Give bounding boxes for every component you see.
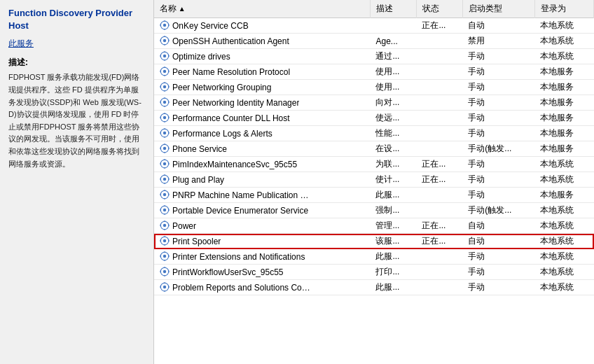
service-name: Plug and Play	[172, 175, 224, 185]
table-row[interactable]: Portable Device Enumerator Service强制...手…	[154, 203, 594, 218]
service-startup: 手动	[462, 265, 534, 280]
service-desc: 使计...	[370, 172, 416, 188]
svg-point-6	[163, 115, 166, 118]
service-startup: 手动	[462, 49, 534, 64]
service-login: 本地服务	[534, 126, 593, 141]
service-description: FDPHOST 服务承载功能发现(FD)网络现提供程序。这些 FD 提供程序为单…	[8, 71, 145, 170]
service-name-cell: Portable Device Enumerator Service	[154, 203, 370, 218]
service-desc: 性能...	[370, 126, 416, 141]
gear-icon	[160, 66, 170, 76]
service-name: Printer Extensions and Notifications	[172, 252, 305, 262]
service-name: Performance Counter DLL Host	[172, 113, 290, 123]
svg-point-7	[163, 131, 166, 134]
table-row[interactable]: Performance Counter DLL Host使远...手动本地服务	[154, 111, 594, 126]
gear-icon	[160, 205, 170, 215]
service-desc: 使用...	[370, 80, 416, 95]
service-name-cell: Peer Networking Identity Manager	[154, 95, 370, 111]
service-status	[416, 265, 462, 280]
service-login: 本地系统	[534, 218, 593, 234]
gear-icon	[160, 159, 170, 169]
table-row[interactable]: Performance Logs & Alerts性能...手动本地服务	[154, 126, 594, 141]
service-name: Portable Device Enumerator Service	[172, 206, 308, 216]
service-name: Phone Service	[172, 144, 227, 154]
svg-point-15	[163, 254, 166, 257]
service-name: PrintWorkflowUserSvc_95c55	[172, 267, 284, 277]
table-row[interactable]: Print Spooler该服...正在...自动本地系统	[154, 234, 594, 249]
service-login: 本地系统	[534, 172, 593, 188]
table-row[interactable]: Phone Service在设...手动(触发...本地服务	[154, 141, 594, 157]
service-desc: 通过...	[370, 49, 416, 64]
service-name: Peer Name Resolution Protocol	[172, 67, 290, 77]
table-row[interactable]: Peer Name Resolution Protocol使用...手动本地服务	[154, 64, 594, 80]
service-name: PNRP Machine Name Publication Ser...	[172, 190, 312, 200]
service-link[interactable]: 此服务	[8, 38, 145, 50]
service-login: 本地系统	[534, 18, 593, 34]
service-name-cell: Print Spooler	[154, 234, 370, 249]
svg-point-13	[163, 223, 166, 226]
col-login[interactable]: 登录为	[534, 0, 593, 18]
service-desc: 向对...	[370, 95, 416, 111]
service-status	[416, 203, 462, 218]
service-login: 本地系统	[534, 157, 593, 172]
service-name-cell: Problem Reports and Solutions Contr...	[154, 280, 370, 295]
service-startup: 手动	[462, 64, 534, 80]
service-name-cell: Peer Networking Grouping	[154, 80, 370, 95]
table-row[interactable]: PNRP Machine Name Publication Ser...此服..…	[154, 188, 594, 203]
table-row[interactable]: Problem Reports and Solutions Contr...此服…	[154, 280, 594, 295]
service-startup: 手动	[462, 80, 534, 95]
service-status: 正在...	[416, 218, 462, 234]
service-name: Problem Reports and Solutions Contr...	[172, 283, 312, 293]
col-desc[interactable]: 描述	[370, 0, 416, 18]
service-startup: 手动(触发...	[462, 141, 534, 157]
table-row[interactable]: Plug and Play使计...正在...手动本地系统	[154, 172, 594, 188]
service-name-cell: OnKey Service CCB	[154, 18, 370, 34]
service-status	[416, 280, 462, 295]
svg-point-4	[163, 85, 166, 88]
section-label: 描述:	[8, 57, 145, 69]
table-header-row: 名称 描述 状态 启动类型 登录为	[154, 0, 594, 18]
service-name: Optimize drives	[172, 52, 230, 62]
service-startup: 手动	[462, 172, 534, 188]
gear-icon	[160, 82, 170, 92]
service-name-cell: Performance Logs & Alerts	[154, 126, 370, 141]
service-login: 本地服务	[534, 188, 593, 203]
service-name: Power	[172, 221, 196, 231]
service-login: 本地系统	[534, 49, 593, 64]
service-startup: 手动	[462, 280, 534, 295]
service-desc	[370, 18, 416, 34]
service-name-cell: Plug and Play	[154, 172, 370, 188]
service-desc: 使远...	[370, 111, 416, 126]
table-row[interactable]: Optimize drives通过...手动本地系统	[154, 49, 594, 64]
col-startup[interactable]: 启动类型	[462, 0, 534, 18]
col-name[interactable]: 名称	[154, 0, 370, 18]
table-row[interactable]: Peer Networking Identity Manager向对...手动本…	[154, 95, 594, 111]
svg-point-3	[163, 69, 166, 72]
service-name: Print Spooler	[172, 237, 221, 246]
service-name: Peer Networking Identity Manager	[172, 98, 299, 108]
svg-point-9	[163, 162, 166, 164]
service-desc: 强制...	[370, 203, 416, 218]
service-status: 正在...	[416, 157, 462, 172]
service-status: 正在...	[416, 18, 462, 34]
gear-icon	[160, 267, 170, 276]
table-row[interactable]: Peer Networking Grouping使用...手动本地服务	[154, 80, 594, 95]
service-login: 本地系统	[534, 249, 593, 265]
table-row[interactable]: OpenSSH Authentication AgentAge...禁用本地系统	[154, 34, 594, 49]
col-status[interactable]: 状态	[416, 0, 462, 18]
service-startup: 手动	[462, 111, 534, 126]
gear-icon	[160, 144, 170, 153]
table-row[interactable]: PimIndexMaintenanceSvc_95c55为联...正在...手动…	[154, 157, 594, 172]
table-row[interactable]: OnKey Service CCB正在...自动本地系统	[154, 18, 594, 34]
service-login: 本地系统	[534, 34, 593, 49]
gear-icon	[160, 220, 170, 230]
svg-point-1	[163, 38, 166, 41]
service-desc: 使用...	[370, 64, 416, 80]
table-row[interactable]: Printer Extensions and Notifications此服..…	[154, 249, 594, 265]
svg-point-10	[163, 177, 166, 180]
gear-icon	[160, 190, 170, 200]
service-startup: 手动	[462, 126, 534, 141]
table-row[interactable]: Power管理...正在...自动本地系统	[154, 218, 594, 234]
svg-point-16	[163, 270, 166, 272]
table-row[interactable]: PrintWorkflowUserSvc_95c55打印...手动本地系统	[154, 265, 594, 280]
gear-icon	[160, 236, 170, 246]
